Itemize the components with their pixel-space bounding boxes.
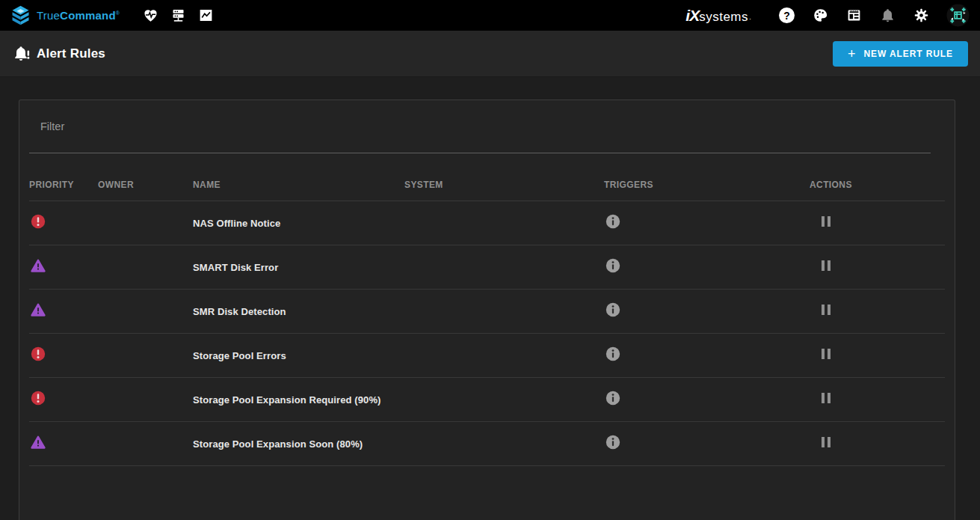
table-row[interactable]: Storage Pool Expansion Soon (80%)	[29, 422, 945, 466]
table-row[interactable]: Storage Pool Errors	[29, 334, 945, 378]
filter-field[interactable]: Filter	[29, 114, 931, 153]
info-icon[interactable]	[605, 346, 620, 361]
warning-priority-icon	[31, 302, 46, 317]
rule-name: Storage Pool Errors	[193, 350, 404, 361]
table-row[interactable]: Storage Pool Expansion Required (90%)	[29, 378, 945, 422]
column-header-name: NAME	[193, 180, 404, 201]
rule-name: Storage Pool Expansion Required (90%)	[193, 394, 404, 406]
pause-icon[interactable]	[822, 349, 830, 359]
help-icon[interactable]: ?	[779, 7, 795, 23]
notifications-bell-icon[interactable]	[879, 7, 896, 24]
table-header-row: PRIORITY OWNER NAME SYSTEM TRIGGERS ACTI…	[29, 153, 945, 201]
ixsystems-logo: iXsystems·	[685, 7, 751, 25]
top-navbar: TrueCommand® iXsystems· ?	[0, 0, 980, 31]
new-alert-rule-button[interactable]: + NEW ALERT RULE	[833, 41, 968, 67]
column-header-priority: PRIORITY	[29, 180, 98, 201]
rule-name: Storage Pool Expansion Soon (80%)	[193, 438, 404, 450]
reports-chart-icon[interactable]	[197, 7, 214, 24]
user-avatar[interactable]	[946, 4, 970, 27]
info-icon[interactable]	[605, 258, 620, 273]
pause-icon[interactable]	[822, 393, 830, 403]
rule-name: SMR Disk Detection	[193, 306, 404, 317]
health-dashboard-icon[interactable]	[142, 7, 158, 24]
column-header-actions: ACTIONS	[810, 180, 945, 201]
column-header-owner: OWNER	[98, 180, 193, 201]
pause-icon[interactable]	[822, 260, 830, 271]
info-icon[interactable]	[605, 435, 620, 450]
alert-bell-icon	[12, 45, 31, 63]
rule-name: NAS Offline Notice	[193, 218, 404, 229]
alert-rules-card: Filter PRIORITY OWNER NAME SYSTEM TRIGGE…	[19, 100, 955, 520]
table-row[interactable]: NAS Offline Notice	[29, 201, 945, 245]
info-icon[interactable]	[605, 391, 620, 406]
warning-priority-icon	[31, 258, 46, 273]
theme-palette-icon[interactable]	[812, 7, 828, 24]
truecommand-logo[interactable]: TrueCommand®	[10, 5, 120, 25]
systems-server-icon[interactable]	[170, 7, 186, 24]
info-icon[interactable]	[605, 302, 620, 317]
truecommand-cube-icon	[10, 5, 31, 25]
page-header: Alert Rules + NEW ALERT RULE	[0, 31, 980, 77]
page-title: Alert Rules	[37, 46, 105, 61]
column-header-system: SYSTEM	[404, 180, 604, 201]
warning-priority-icon	[31, 435, 46, 450]
column-header-triggers: TRIGGERS	[604, 180, 810, 201]
table-body: NAS Offline Notice SMART Disk Error	[19, 201, 955, 466]
pause-icon[interactable]	[822, 437, 830, 447]
content-area: Filter PRIORITY OWNER NAME SYSTEM TRIGGE…	[0, 77, 980, 520]
table-row[interactable]: SMR Disk Detection	[29, 290, 945, 334]
table-row[interactable]: SMART Disk Error	[29, 245, 945, 290]
info-icon[interactable]	[605, 214, 620, 229]
rule-name: SMART Disk Error	[193, 262, 404, 273]
widgets-card-icon[interactable]	[845, 7, 862, 24]
error-priority-icon	[31, 346, 46, 361]
pause-icon[interactable]	[822, 305, 830, 315]
truecommand-wordmark: TrueCommand®	[37, 9, 120, 22]
pause-icon[interactable]	[822, 216, 830, 227]
settings-gear-icon[interactable]	[913, 7, 929, 24]
error-priority-icon	[31, 214, 46, 229]
error-priority-icon	[31, 391, 46, 406]
plus-icon: +	[848, 47, 856, 61]
filter-input[interactable]: Filter	[29, 120, 886, 132]
